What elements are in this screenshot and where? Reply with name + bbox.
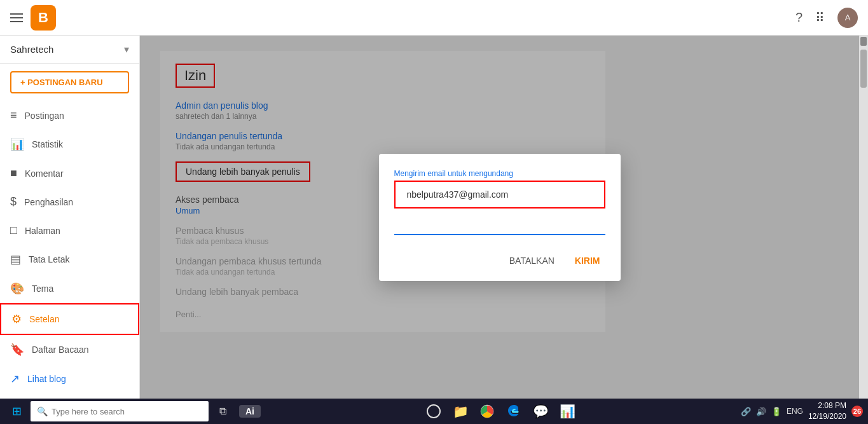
tema-icon: 🎨 <box>10 282 24 296</box>
sys-icons: 🔗 🔊 🔋 <box>741 407 782 416</box>
cancel-button[interactable]: BATALKAN <box>504 250 560 271</box>
sidebar-item-tema[interactable]: 🎨 Tema <box>0 274 139 303</box>
notification-badge[interactable]: 26 <box>851 406 863 417</box>
network-icon[interactable]: 🔗 <box>741 407 751 416</box>
lihat-blog-icon: ↗ <box>10 372 20 386</box>
help-icon[interactable]: ? <box>796 10 803 25</box>
sidebar-item-statistik[interactable]: 📊 Statistik <box>0 130 139 159</box>
dialog-email-input[interactable] <box>401 184 599 205</box>
time-display: 2:08 PM <box>808 400 846 411</box>
sidebar-footer: Persyaratan Layanan · Privasi · <box>0 393 139 399</box>
taskbar-search-bar[interactable]: 🔍 <box>31 401 209 421</box>
sidebar-item-postingan[interactable]: ≡ Postingan <box>0 101 139 130</box>
language-indicator: ENG <box>787 407 803 416</box>
tata-letak-icon: ▤ <box>10 252 21 266</box>
new-post-button[interactable]: + POSTINGAN BARU <box>10 71 129 93</box>
top-bar: B ? ⠿ A <box>0 0 868 36</box>
taskbar-right: 🔗 🔊 🔋 ENG 2:08 PM 12/19/2020 26 <box>741 400 863 422</box>
time-block: 2:08 PM 12/19/2020 <box>808 400 846 422</box>
sidebar-item-label: Statistik <box>32 139 63 149</box>
windows-start-button[interactable]: ⊞ <box>5 400 28 423</box>
penghasilan-icon: $ <box>10 195 17 209</box>
sidebar-item-komentar[interactable]: ■ Komentar <box>0 159 139 188</box>
sidebar-item-label: Halaman <box>25 226 60 236</box>
sidebar-item-daftar-bacaan[interactable]: 🔖 Daftar Bacaan <box>0 335 139 364</box>
top-bar-right: ? ⠿ A <box>796 8 858 28</box>
postingan-icon: ≡ <box>10 109 17 122</box>
blog-name: Sahretech <box>10 44 53 55</box>
file-explorer-app[interactable]: 📁 <box>448 399 473 424</box>
dialog-field-label: Mengirim email untuk mengundang <box>394 169 605 178</box>
sidebar-item-label: Tata Letak <box>29 254 70 264</box>
sidebar-item-label: Komentar <box>25 168 64 179</box>
komentar-icon: ■ <box>10 167 17 180</box>
sidebar-item-setelan[interactable]: ⚙ Setelan <box>0 303 139 335</box>
scrollbar-thumb[interactable] <box>860 50 867 88</box>
ai-label: Ai <box>245 406 254 416</box>
dialog-overlay: Mengirim email untuk mengundang BATALKAN… <box>140 36 859 399</box>
sidebar: Sahretech ▾ + POSTINGAN BARU ≡ Postingan… <box>0 36 140 399</box>
cortana-app[interactable] <box>421 399 446 424</box>
main-layout: Sahretech ▾ + POSTINGAN BARU ≡ Postingan… <box>0 36 868 399</box>
taskbar-search-input[interactable] <box>52 407 202 416</box>
blog-name-row[interactable]: Sahretech ▾ <box>0 36 139 64</box>
invite-dialog: Mengirim email untuk mengundang BATALKAN… <box>379 154 621 281</box>
halaman-icon: □ <box>10 224 17 237</box>
sidebar-item-label: Postingan <box>25 111 64 121</box>
ai-button[interactable]: Ai <box>239 405 261 418</box>
statistik-icon: 📊 <box>10 137 24 151</box>
avatar[interactable]: A <box>837 8 858 28</box>
sidebar-item-halaman[interactable]: □ Halaman <box>0 216 139 245</box>
battery-icon[interactable]: 🔋 <box>771 407 782 416</box>
send-button[interactable]: KIRIM <box>570 250 605 271</box>
taskbar: ⊞ 🔍 ⧉ Ai 📁 <box>0 399 868 424</box>
chrome-app[interactable] <box>474 399 500 424</box>
apps-icon[interactable]: ⠿ <box>815 10 825 25</box>
sidebar-item-label: Tema <box>32 284 53 294</box>
date-display: 12/19/2020 <box>808 411 846 422</box>
volume-icon[interactable]: 🔊 <box>756 407 766 416</box>
sidebar-item-label: Lihat blog <box>27 374 66 384</box>
top-bar-left: B <box>10 5 56 31</box>
sidebar-item-penghasilan[interactable]: $ Penghasilan <box>0 188 139 216</box>
edge-app[interactable] <box>501 399 527 424</box>
sidebar-item-label: Setelan <box>29 314 59 324</box>
sidebar-item-label: Penghasilan <box>24 197 73 207</box>
dialog-secondary-input[interactable] <box>394 216 605 235</box>
daftar-bacaan-icon: 🔖 <box>10 343 24 357</box>
setelan-icon: ⚙ <box>11 312 22 326</box>
hamburger-icon[interactable] <box>10 13 23 22</box>
content-area: Izin Admin dan penulis blog sahretech da… <box>140 36 859 399</box>
taskbar-search-icon: 🔍 <box>37 406 48 416</box>
taskbar-apps: 📁 💬 📊 <box>421 399 580 424</box>
taskbar-left: ⊞ 🔍 ⧉ Ai <box>5 400 261 423</box>
blogger-logo: B <box>31 5 56 31</box>
sidebar-item-lihat-blog[interactable]: ↗ Lihat blog <box>0 364 139 393</box>
sidebar-item-label: Daftar Bacaan <box>32 345 89 355</box>
task-view-button[interactable]: ⧉ <box>211 400 234 423</box>
chevron-down-icon[interactable]: ▾ <box>124 43 129 55</box>
sidebar-nav: ≡ Postingan 📊 Statistik ■ Komentar $ Pen… <box>0 101 139 393</box>
right-scrollbar[interactable] <box>859 36 868 399</box>
sidebar-item-tata-letak[interactable]: ▤ Tata Letak <box>0 245 139 274</box>
powerpoint-app[interactable]: 📊 <box>555 399 580 424</box>
messaging-app[interactable]: 💬 <box>528 399 553 424</box>
dialog-actions: BATALKAN KIRIM <box>394 250 605 271</box>
